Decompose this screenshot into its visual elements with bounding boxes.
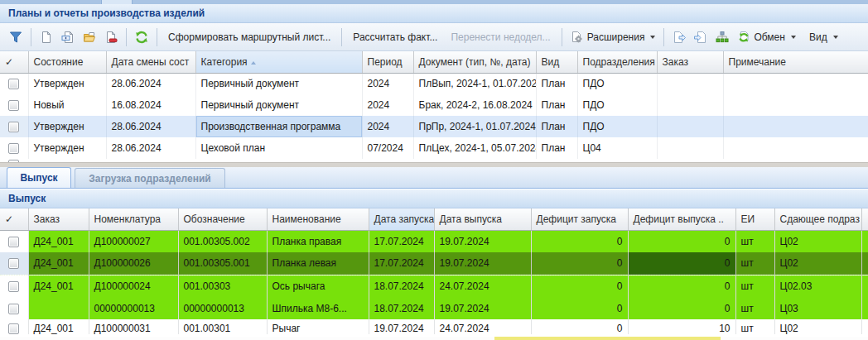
table-row-selected[interactable]: Д24_001Д100000026001.00305.001Планка лев… xyxy=(0,252,868,275)
table-row-selected[interactable]: Утвержден28.06.2024Производственная прог… xyxy=(0,116,868,137)
new-document-icon xyxy=(40,31,53,44)
exchange-button[interactable]: Обмен xyxy=(733,28,800,46)
dropdown-arrow-icon xyxy=(833,36,838,39)
check-icon: ✓ xyxy=(5,213,13,225)
toolbar-separator xyxy=(341,28,342,46)
output-col-release-deficit[interactable]: Дефицит выпуска .. xyxy=(628,208,735,230)
edit-document-button[interactable] xyxy=(57,28,79,46)
table-row[interactable]: Д24_001Д100000027001.00305.002Планка пра… xyxy=(0,230,868,252)
delete-document-icon xyxy=(104,31,118,44)
plans-grid: ✓ Состояние Дата смены сост Категория Пе… xyxy=(0,51,868,159)
tab-zagruzka-podrazdeleniy[interactable]: Загрузка подразделений xyxy=(75,168,225,188)
output-section-title: Выпуск xyxy=(8,193,46,204)
row-checkbox[interactable] xyxy=(8,122,19,132)
row-checkbox[interactable] xyxy=(8,237,19,247)
toolbar-separator xyxy=(31,28,31,46)
table-row[interactable]: Утвержден28.06.2024Цеховой план07/2024Пл… xyxy=(0,137,868,159)
toolbar-separator xyxy=(562,28,562,46)
toolbar: Сформировать маршрутный лист... Рассчита… xyxy=(0,23,868,51)
view-button[interactable]: Вид xyxy=(805,29,842,45)
output-col-extra[interactable] xyxy=(861,208,868,230)
transfer-unfinished-label: Перенести недодел... xyxy=(451,31,550,43)
output-section-header: Выпуск xyxy=(0,189,868,208)
table-row[interactable]: Утвержден28.06.2024Первичный документ202… xyxy=(0,73,868,94)
plans-col-order[interactable]: Заказ xyxy=(657,51,723,73)
delete-document-button[interactable] xyxy=(100,28,122,46)
app-window: Планы и отчеты производства изделий Сфор… xyxy=(0,0,868,340)
view-label: Вид xyxy=(809,31,827,43)
row-checkbox[interactable] xyxy=(8,100,19,111)
new-document-button[interactable] xyxy=(36,28,57,46)
focused-cell: Производственная программа xyxy=(195,116,362,137)
row-checkbox[interactable] xyxy=(8,258,19,269)
refresh-button[interactable] xyxy=(131,28,152,46)
plans-check-column-header[interactable]: ✓ xyxy=(0,51,28,73)
plans-col-state[interactable]: Состояние xyxy=(28,51,106,73)
tab-label: Выпуск xyxy=(20,172,57,184)
exchange-label: Обмен xyxy=(754,31,785,43)
route-sheet-label: Сформировать маршрутный лист... xyxy=(168,31,330,43)
panel-title: Планы и отчеты производства изделий xyxy=(8,7,205,19)
hierarchy-button[interactable] xyxy=(711,28,733,46)
edit-document-icon xyxy=(61,31,75,44)
row-checkbox[interactable] xyxy=(8,304,19,314)
output-check-column-header[interactable]: ✓ xyxy=(0,208,28,230)
plans-header-row: ✓ Состояние Дата смены сост Категория Пе… xyxy=(0,51,868,73)
check-icon: ✓ xyxy=(5,56,13,68)
tab-vypusk[interactable]: Выпуск xyxy=(7,167,71,188)
output-grid: ✓ Заказ Номенклатура Обозначение Наимено… xyxy=(0,208,868,334)
plans-col-state-date[interactable]: Дата смены сост xyxy=(106,51,195,73)
extensions-button[interactable]: Расширения xyxy=(567,28,660,46)
panel-header: Планы и отчеты производства изделий xyxy=(0,4,868,23)
sort-asc-icon xyxy=(251,61,256,65)
plans-col-departments[interactable]: Подразделения xyxy=(577,51,657,73)
focused-cell: 0 xyxy=(628,252,735,275)
table-row[interactable]: Д24_001Д100000031001.00301Рычаг19.07.202… xyxy=(0,319,868,334)
output-col-designation[interactable]: Обозначение xyxy=(178,208,267,230)
org-chart-icon xyxy=(716,31,729,44)
dropdown-arrow-icon xyxy=(791,36,796,39)
plans-col-note[interactable]: Примечание xyxy=(723,51,868,73)
route-sheet-button[interactable]: Сформировать маршрутный лист... xyxy=(162,29,337,45)
plans-col-document[interactable]: Документ (тип, №, дата) xyxy=(413,51,536,73)
dropdown-arrow-icon xyxy=(650,36,655,39)
output-col-release-date[interactable]: Дата выпуска xyxy=(434,208,531,230)
output-partial-row xyxy=(0,337,868,340)
output-col-unit[interactable]: ЕИ xyxy=(735,208,774,230)
extensions-label: Расширения xyxy=(587,31,645,43)
toolbar-separator xyxy=(663,28,664,46)
import-button[interactable] xyxy=(690,28,711,46)
tab-strip: Выпуск Загрузка подразделений xyxy=(0,167,868,189)
filter-button[interactable] xyxy=(5,28,27,46)
row-checkbox[interactable] xyxy=(8,143,19,154)
toolbar-separator xyxy=(157,28,157,46)
row-checkbox[interactable] xyxy=(8,79,19,89)
output-col-launch-deficit[interactable]: Дефицит запуска xyxy=(531,208,628,230)
open-folder-icon xyxy=(83,31,96,44)
table-row[interactable]: Д24_001Д100000024001.00303Ось рычага18.0… xyxy=(0,275,868,297)
filter-icon xyxy=(9,31,22,44)
output-col-dept[interactable]: Сдающее подраз xyxy=(774,208,861,230)
import-document-icon xyxy=(694,31,707,44)
row-checkbox[interactable] xyxy=(8,281,19,292)
plans-col-category[interactable]: Категория xyxy=(195,51,362,73)
output-col-name[interactable]: Наименование xyxy=(267,208,369,230)
calc-fact-button[interactable]: Рассчитать факт... xyxy=(346,29,444,45)
open-folder-button[interactable] xyxy=(79,28,100,46)
export-button[interactable] xyxy=(668,28,690,46)
refresh-icon xyxy=(135,31,148,44)
export-document-icon xyxy=(673,31,686,44)
sync-icon xyxy=(737,31,750,44)
calc-fact-label: Рассчитать факт... xyxy=(353,31,437,43)
output-col-nomenclature[interactable]: Номенклатура xyxy=(89,208,178,230)
yellow-deficit-cell xyxy=(494,337,721,340)
table-row[interactable]: 0000000001300000000013Шпилька М8-6...18.… xyxy=(0,297,868,319)
output-header-row: ✓ Заказ Номенклатура Обозначение Наимено… xyxy=(0,208,868,230)
output-col-launch-date[interactable]: Дата запуска xyxy=(369,208,434,230)
plans-col-period[interactable]: Период xyxy=(362,51,413,73)
row-checkbox[interactable] xyxy=(8,323,19,334)
plans-col-kind[interactable]: Вид xyxy=(536,51,577,73)
output-col-order[interactable]: Заказ xyxy=(28,208,89,230)
toolbar-separator xyxy=(126,28,127,46)
table-row[interactable]: Новый16.08.2024Первичный документ2024Бра… xyxy=(0,94,868,116)
